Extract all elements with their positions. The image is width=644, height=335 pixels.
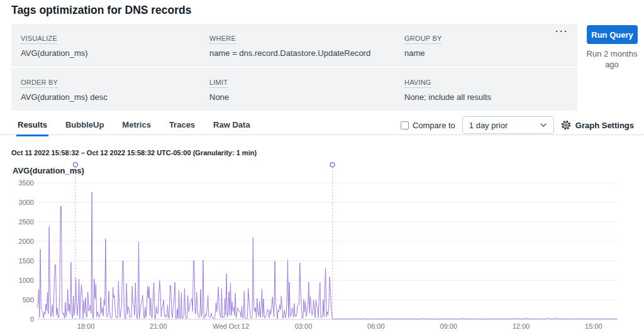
last-run-caption: Run 2 months ago: [580, 49, 643, 70]
gear-icon: [561, 120, 571, 130]
query-builder-row-2: ORDER BY AVG(duration_ms) desc LIMIT Non…: [11, 67, 577, 111]
y-axis-tick-label: 0: [6, 316, 34, 323]
tabs: Results BubbleUp Metrics Traces Raw Data: [16, 116, 252, 136]
clause-value: None: [209, 92, 395, 102]
query-clause-visualize[interactable]: VISUALIZE AVG(duration_ms): [11, 32, 200, 58]
query-overflow-menu-icon[interactable]: ···: [555, 26, 569, 36]
tab-bubbleup[interactable]: BubbleUp: [64, 116, 105, 136]
x-axis-tick-label: 03:00: [275, 322, 332, 330]
clause-label: HAVING: [404, 79, 431, 88]
compare-period-dropdown[interactable]: 1 day prior: [462, 116, 554, 134]
x-axis-tick-label: 09:00: [420, 322, 477, 330]
x-axis-tick-label: 21:00: [130, 322, 187, 330]
clause-label: WHERE: [209, 35, 236, 44]
chevron-down-icon: [540, 123, 547, 128]
query-clause-group-by[interactable]: GROUP BY name: [395, 32, 577, 58]
page-title: Tags optimization for DNS records: [11, 4, 192, 17]
clause-label: VISUALIZE: [21, 35, 57, 44]
run-query-button[interactable]: Run Query: [587, 25, 638, 44]
time-range-label: Oct 11 2022 15:58:32 – Oct 12 2022 15:58…: [11, 149, 257, 157]
graph-controls: Compare to 1 day prior Graph Settings: [401, 116, 634, 135]
clause-label: ORDER BY: [21, 79, 58, 88]
compare-period-value: 1 day prior: [469, 121, 508, 130]
y-axis-tick-label: 500: [6, 296, 34, 304]
query-builder-panel: ··· VISUALIZE AVG(duration_ms) WHERE nam…: [11, 24, 577, 111]
y-axis-tick-label: 1000: [6, 277, 34, 284]
clause-value: name = dns.record.Datastore.UpdateRecord: [209, 48, 395, 58]
graph-settings-button[interactable]: Graph Settings: [561, 120, 634, 130]
y-axis-tick-label: 1500: [6, 257, 34, 265]
clause-value: None; include all results: [404, 92, 577, 102]
compare-to-control: Compare to: [401, 121, 455, 130]
tab-metrics[interactable]: Metrics: [121, 116, 152, 136]
query-clause-where[interactable]: WHERE name = dns.record.Datastore.Update…: [200, 32, 395, 58]
x-axis-tick-label: 18:00: [58, 322, 114, 330]
compare-to-checkbox[interactable]: [401, 121, 409, 129]
y-axis-title: AVG(duration_ms): [13, 166, 84, 175]
y-axis-tick-label: 2500: [6, 218, 34, 226]
results-tab-bar: Results BubbleUp Metrics Traces Raw Data…: [0, 116, 644, 135]
clause-value: name: [404, 48, 577, 58]
x-axis-tick-label: 06:00: [348, 322, 404, 330]
clause-value: AVG(duration_ms) desc: [21, 92, 200, 102]
tab-raw-data[interactable]: Raw Data: [212, 116, 252, 136]
clause-label: LIMIT: [209, 79, 228, 88]
query-clause-order-by[interactable]: ORDER BY AVG(duration_ms) desc: [11, 76, 200, 102]
compare-to-label: Compare to: [413, 121, 455, 130]
clause-value: AVG(duration_ms): [21, 48, 200, 58]
y-axis-tick-label: 3500: [6, 179, 34, 187]
results-chart: AVG(duration_ms) 05001000150020002500300…: [0, 159, 644, 335]
graph-settings-label: Graph Settings: [575, 121, 634, 130]
tab-results[interactable]: Results: [16, 116, 48, 136]
x-axis-tick-label: Wed Oct 12: [203, 322, 259, 330]
query-clause-limit[interactable]: LIMIT None: [200, 76, 395, 102]
x-axis-tick-label: 15:00: [565, 322, 622, 330]
clause-label: GROUP BY: [404, 35, 441, 44]
x-axis-tick-label: 12:00: [492, 322, 549, 330]
timeseries-plot[interactable]: [0, 159, 644, 335]
y-axis-tick-label: 2000: [6, 238, 34, 245]
tab-traces[interactable]: Traces: [168, 116, 196, 136]
query-builder-row-1: VISUALIZE AVG(duration_ms) WHERE name = …: [11, 24, 577, 67]
y-axis-tick-label: 3000: [6, 199, 34, 206]
query-clause-having[interactable]: HAVING None; include all results: [395, 76, 577, 102]
